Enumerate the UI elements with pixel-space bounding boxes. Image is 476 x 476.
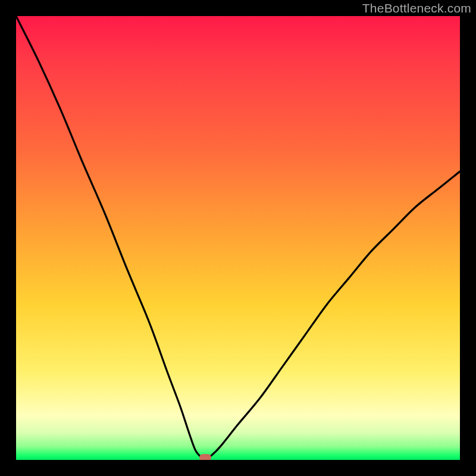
bottleneck-curve xyxy=(16,16,460,460)
bottleneck-marker xyxy=(199,454,211,460)
plot-area xyxy=(16,16,460,460)
chart-frame: TheBottleneck.com xyxy=(0,0,476,476)
watermark-text: TheBottleneck.com xyxy=(362,1,471,15)
